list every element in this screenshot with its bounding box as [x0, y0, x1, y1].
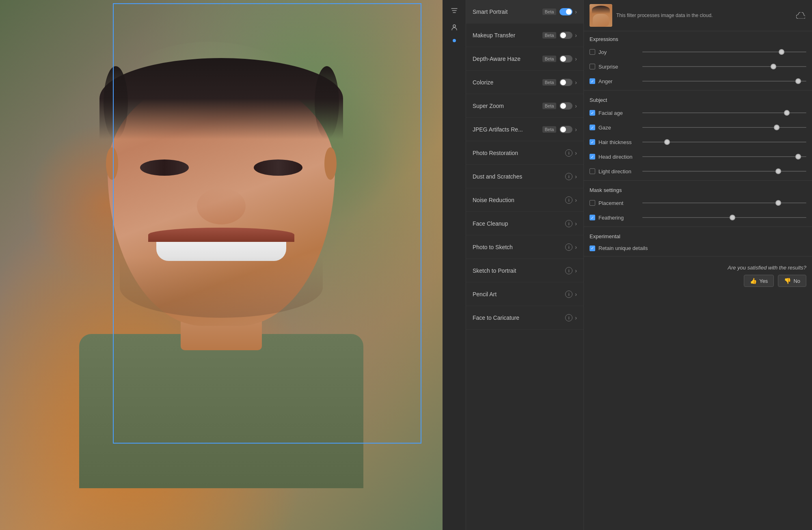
section-divider-mask-settings: [584, 226, 812, 227]
slider-placement[interactable]: [642, 199, 806, 207]
filter-arrow-noise-reduction[interactable]: ›: [575, 197, 577, 203]
filter-item-noise-reduction[interactable]: Noise Reductioni›: [466, 188, 583, 212]
prop-row-feathering: Feathering: [584, 210, 812, 225]
slider-hair-thickness[interactable]: [642, 138, 806, 146]
slider-joy[interactable]: [642, 48, 806, 56]
filter-toggle-jpeg-artifacts[interactable]: [559, 126, 572, 133]
filter-info-photo-to-sketch[interactable]: i: [565, 243, 572, 251]
checkbox-facial-age[interactable]: [590, 110, 595, 116]
slider-light-direction[interactable]: [642, 167, 806, 175]
filter-toggle-depth-aware-haze[interactable]: [559, 55, 572, 62]
slider-thumb-facial-age[interactable]: [784, 110, 790, 116]
slider-thumb-light-direction[interactable]: [775, 168, 781, 174]
checkbox-retain-unique[interactable]: [590, 246, 595, 251]
filter-arrow-makeup-transfer[interactable]: ›: [575, 32, 577, 39]
filter-item-photo-to-sketch[interactable]: Photo to Sketchi›: [466, 235, 583, 259]
filter-arrow-face-to-caricature[interactable]: ›: [575, 315, 577, 321]
filter-toggle-super-zoom[interactable]: [559, 102, 572, 110]
filter-item-pencil-art[interactable]: Pencil Arti›: [466, 282, 583, 306]
filter-item-jpeg-artifacts[interactable]: JPEG Artifacts Re...Beta›: [466, 118, 583, 141]
slider-head-direction[interactable]: [642, 153, 806, 161]
slider-gaze[interactable]: [642, 123, 806, 131]
slider-anger[interactable]: [642, 77, 806, 85]
filter-item-photo-restoration[interactable]: Photo Restorationi›: [466, 141, 583, 165]
slider-thumb-joy[interactable]: [779, 49, 784, 55]
checkbox-anger[interactable]: [590, 78, 595, 84]
prop-row-hair-thickness: Hair thickness: [584, 135, 812, 149]
checkbox-surprise[interactable]: [590, 64, 595, 69]
filter-label-pencil-art: Pencil Art: [473, 291, 565, 297]
filter-label-noise-reduction: Noise Reduction: [473, 197, 565, 203]
thumbs-up-icon: 👍: [750, 278, 757, 284]
filter-label-dust-scratches: Dust and Scratches: [473, 173, 565, 180]
filter-item-face-cleanup[interactable]: Face Cleanupi›: [466, 212, 583, 235]
filter-item-super-zoom[interactable]: Super ZoomBeta›: [466, 94, 583, 118]
filter-label-face-to-caricature: Face to Caricature: [473, 315, 565, 321]
filter-settings-icon[interactable]: [447, 3, 462, 18]
filter-arrow-colorize[interactable]: ›: [575, 79, 577, 86]
filter-toggle-makeup-transfer[interactable]: [559, 32, 572, 39]
filter-info-pencil-art[interactable]: i: [565, 291, 572, 298]
slider-thumb-gaze[interactable]: [774, 125, 780, 130]
checkbox-gaze[interactable]: [590, 125, 595, 130]
slider-track-facial-age: [642, 112, 806, 113]
filter-arrow-smart-portrait[interactable]: ›: [575, 9, 577, 15]
filter-label-jpeg-artifacts: JPEG Artifacts Re...: [473, 126, 542, 133]
section-header-experimental: Experimental: [584, 228, 812, 242]
checkbox-head-direction[interactable]: [590, 154, 595, 159]
slider-facial-age[interactable]: [642, 109, 806, 117]
feedback-yes-button[interactable]: 👍Yes: [744, 275, 774, 287]
filter-arrow-photo-restoration[interactable]: ›: [575, 150, 577, 156]
filter-badge-depth-aware-haze: Beta: [542, 56, 557, 62]
filter-arrow-photo-to-sketch[interactable]: ›: [575, 244, 577, 250]
slider-thumb-feathering[interactable]: [730, 215, 735, 220]
prop-label-facial-age: Facial age: [598, 110, 639, 116]
filter-item-smart-portrait[interactable]: Smart PortraitBeta›: [466, 0, 583, 24]
prop-row-facial-age: Facial age: [584, 106, 812, 120]
filter-badge-super-zoom: Beta: [542, 103, 557, 109]
filter-info-face-to-caricature[interactable]: i: [565, 314, 572, 321]
filter-toggle-smart-portrait[interactable]: [559, 8, 572, 15]
filter-toggle-colorize[interactable]: [559, 79, 572, 86]
filter-badge-smart-portrait: Beta: [542, 9, 557, 15]
filter-item-face-to-caricature[interactable]: Face to Caricaturei›: [466, 306, 583, 330]
filter-item-sketch-to-portrait[interactable]: Sketch to Portraiti›: [466, 259, 583, 282]
slider-thumb-hair-thickness[interactable]: [664, 139, 670, 145]
slider-thumb-anger[interactable]: [795, 78, 801, 84]
slider-surprise[interactable]: [642, 62, 806, 71]
filter-arrow-face-cleanup[interactable]: ›: [575, 220, 577, 227]
filter-info-photo-restoration[interactable]: i: [565, 149, 572, 157]
filter-arrow-depth-aware-haze[interactable]: ›: [575, 56, 577, 62]
filter-arrow-dust-scratches[interactable]: ›: [575, 173, 577, 180]
filter-arrow-jpeg-artifacts[interactable]: ›: [575, 126, 577, 133]
section-divider-subject: [584, 180, 812, 181]
filter-arrow-pencil-art[interactable]: ›: [575, 291, 577, 297]
slider-feathering[interactable]: [642, 213, 806, 222]
checkbox-placement[interactable]: [590, 200, 595, 206]
checkbox-hair-thickness[interactable]: [590, 139, 595, 145]
prop-label-surprise: Surprise: [598, 64, 639, 70]
feedback-question: Are you satisfied with the results?: [728, 265, 806, 271]
filter-info-dust-scratches[interactable]: i: [565, 173, 572, 180]
filter-item-colorize[interactable]: ColorizeBeta›: [466, 71, 583, 94]
filter-label-super-zoom: Super Zoom: [473, 103, 542, 109]
filter-item-makeup-transfer[interactable]: Makeup TransferBeta›: [466, 24, 583, 47]
checkbox-joy[interactable]: [590, 49, 595, 55]
filter-info-sketch-to-portrait[interactable]: i: [565, 267, 572, 274]
checkbox-feathering[interactable]: [590, 215, 595, 220]
filter-info-face-cleanup[interactable]: i: [565, 220, 572, 227]
filter-arrow-super-zoom[interactable]: ›: [575, 103, 577, 109]
filter-info-noise-reduction[interactable]: i: [565, 196, 572, 204]
slider-thumb-placement[interactable]: [775, 200, 781, 206]
prop-label-anger: Anger: [598, 78, 639, 84]
filter-arrow-sketch-to-portrait[interactable]: ›: [575, 267, 577, 274]
filter-item-dust-scratches[interactable]: Dust and Scratchesi›: [466, 165, 583, 188]
slider-thumb-surprise[interactable]: [771, 64, 776, 69]
filter-item-depth-aware-haze[interactable]: Depth-Aware HazeBeta›: [466, 47, 583, 71]
slider-thumb-head-direction[interactable]: [795, 154, 801, 159]
slider-track-light-direction: [642, 171, 806, 172]
checkbox-light-direction[interactable]: [590, 168, 595, 174]
cloud-icon: [795, 10, 806, 21]
feedback-no-button[interactable]: 👎No: [778, 275, 806, 287]
neural-filter-icon[interactable]: [447, 20, 462, 35]
